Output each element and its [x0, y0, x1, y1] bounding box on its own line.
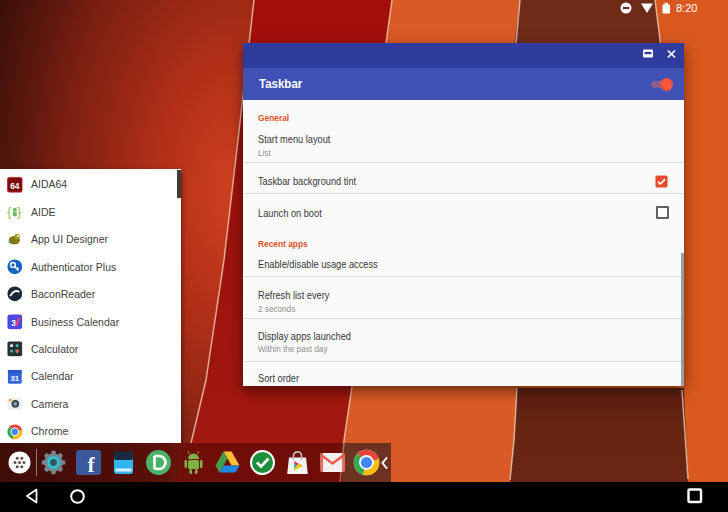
svg-text:64: 64 — [10, 181, 20, 190]
svg-text:3: 3 — [11, 318, 16, 327]
svg-text:8:20: 8:20 — [676, 2, 697, 14]
svg-text:{: { — [7, 204, 12, 219]
svg-text:31: 31 — [10, 374, 19, 383]
svg-text:f: f — [88, 454, 95, 476]
svg-text:}: } — [17, 204, 22, 219]
